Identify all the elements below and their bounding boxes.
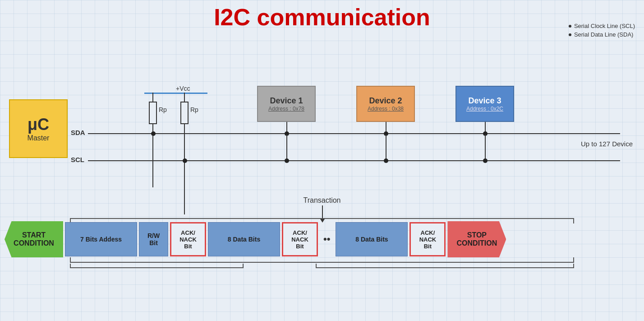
- data-bits2-box: 8 Data Bits: [336, 222, 408, 256]
- rp2-dot-scl: [183, 158, 187, 163]
- rp1-line-top: [152, 93, 153, 102]
- data-bits1-box: 8 Data Bits: [208, 222, 280, 256]
- vcc-label: +Vcc: [176, 85, 190, 92]
- page-title: I2C communication: [0, 4, 644, 31]
- transaction-row: STARTCONDITION 7 Bits Addess R/WBit ACK/…: [5, 221, 639, 257]
- dots-label: ••: [323, 233, 330, 245]
- transaction-label: Transaction: [0, 196, 644, 205]
- up-to-device-label: Up to 127 Device: [581, 140, 633, 148]
- device1-box: Device 1 Address : 0x78: [257, 86, 316, 122]
- diagram-area: μC Master SDA SCL +Vcc Rp Rp: [0, 41, 644, 190]
- address-bits-box: 7 Bits Addess: [65, 222, 137, 256]
- legend-item-sda: Serial Data Line (SDA): [569, 31, 635, 38]
- device1-addr: Address : 0x78: [268, 106, 304, 112]
- dev1-dot-scl: [285, 158, 289, 163]
- device2-box: Device 2 Address : 0x38: [356, 86, 415, 122]
- rp1-label: Rp: [159, 106, 167, 113]
- stop-condition-label: STOPCONDITION: [457, 231, 497, 247]
- device3-box: Device 3 Address : 0x2C: [455, 86, 514, 122]
- dots-box: ••: [320, 222, 334, 256]
- data-bits2-label: 8 Data Bits: [355, 236, 388, 243]
- legend: Serial Clock Line (SCL) Serial Data Line…: [569, 23, 635, 40]
- legend-label-scl: Serial Clock Line (SCL): [574, 23, 635, 29]
- ack2-box: ACK/NACKBit: [282, 222, 318, 256]
- dev2-scl-wire: [386, 134, 386, 161]
- device2-name: Device 2: [369, 96, 402, 106]
- rp2-line-top: [184, 93, 185, 102]
- transaction-bottom-bracket: [70, 262, 574, 263]
- ack3-label: ACK/NACKBit: [419, 229, 437, 250]
- rw-bit-box: R/WBit: [139, 222, 168, 256]
- vcc-line: [144, 93, 207, 94]
- stop-condition-box: STOPCONDITION: [447, 221, 506, 257]
- rp1-box: [149, 102, 157, 124]
- ack3-box: ACK/NACKBit: [409, 222, 446, 256]
- device3-name: Device 3: [468, 96, 501, 106]
- start-condition-label: STARTCONDITION: [14, 231, 54, 247]
- rp1-dot-sda: [151, 131, 156, 136]
- uc-role: Master: [28, 134, 50, 142]
- ack1-box: ACK/NACKBit: [170, 222, 206, 256]
- uc-symbol: μC: [28, 115, 49, 134]
- legend-item-scl: Serial Clock Line (SCL): [569, 23, 635, 29]
- transaction-arrow: [322, 205, 323, 219]
- rp2-box: [180, 102, 189, 124]
- ack1-label: ACK/NACKBit: [179, 229, 197, 250]
- data-bits1-label: 8 Data Bits: [228, 236, 260, 243]
- device2-addr: Address : 0x38: [368, 106, 404, 112]
- sub-bracket-right: [316, 267, 574, 268]
- dev1-scl-wire: [286, 134, 287, 161]
- legend-dot-scl: [569, 25, 571, 28]
- dev3-dot-scl: [483, 158, 488, 163]
- dev2-dot-scl: [384, 158, 388, 163]
- ack2-label: ACK/NACKBit: [291, 229, 308, 250]
- device1-name: Device 1: [270, 96, 303, 106]
- legend-label-sda: Serial Data Line (SDA): [574, 31, 634, 38]
- rp2-label: Rp: [190, 106, 198, 113]
- page: I2C communication Serial Clock Line (SCL…: [0, 0, 644, 321]
- transaction-top-bracket: [70, 218, 574, 219]
- scl-label: SCL: [71, 156, 84, 163]
- device3-addr: Address : 0x2C: [466, 106, 503, 112]
- sub-bracket-left: [70, 267, 244, 268]
- scl-bus-line: [88, 160, 620, 161]
- sda-bus-line: [88, 133, 620, 134]
- legend-dot-sda: [569, 33, 571, 36]
- rw-bit-label: R/WBit: [147, 232, 160, 247]
- dev3-scl-wire: [485, 134, 486, 161]
- start-condition-box: STARTCONDITION: [5, 221, 63, 257]
- address-bits-label: 7 Bits Addess: [80, 236, 122, 243]
- uc-master-box: μC Master: [9, 99, 68, 158]
- sda-label: SDA: [71, 129, 85, 136]
